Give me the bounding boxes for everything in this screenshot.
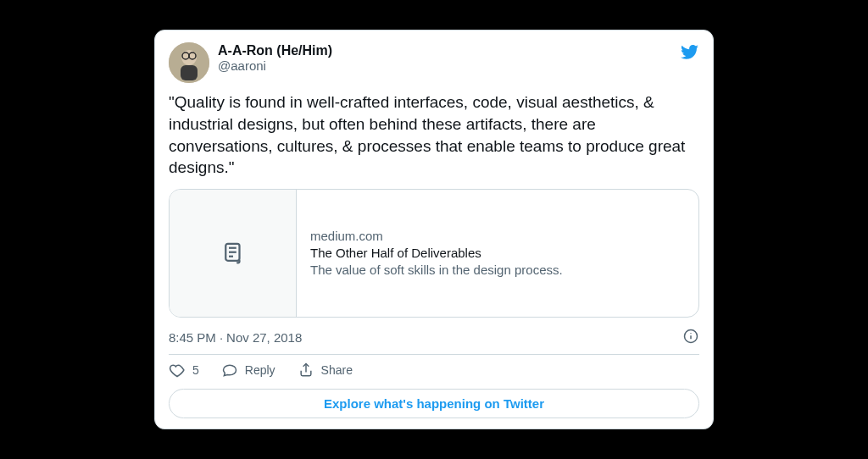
user-block[interactable]: A-A-Ron (He/Him) @aaroni <box>218 42 332 74</box>
avatar-image <box>169 42 209 83</box>
user-handle: @aaroni <box>218 58 332 74</box>
share-label: Share <box>321 363 353 377</box>
meta-separator: · <box>220 330 223 345</box>
link-domain: medium.com <box>310 229 563 243</box>
tweet-card: A-A-Ron (He/Him) @aaroni "Quality is fou… <box>154 30 714 429</box>
link-preview-card[interactable]: medium.com The Other Half of Deliverable… <box>169 189 699 318</box>
like-count: 5 <box>192 363 199 377</box>
link-title: The Other Half of Deliverables <box>310 246 563 260</box>
tweet-header: A-A-Ron (He/Him) @aaroni <box>169 42 699 83</box>
document-icon <box>220 241 246 266</box>
tweet-meta: 8:45 PM · Nov 27, 2018 <box>169 326 699 354</box>
share-button[interactable]: Share <box>298 362 353 379</box>
reply-button[interactable]: Reply <box>221 362 275 379</box>
share-icon <box>298 362 314 379</box>
like-button[interactable]: 5 <box>169 362 199 379</box>
avatar[interactable] <box>169 42 209 83</box>
reply-label: Reply <box>245 363 275 377</box>
tweet-text: "Quality is found in well-crafted interf… <box>169 91 699 179</box>
link-description: The value of soft skills in the design p… <box>310 263 563 277</box>
explore-cta-button[interactable]: Explore what's happening on Twitter <box>169 389 699 418</box>
link-body: medium.com The Other Half of Deliverable… <box>297 190 576 317</box>
tweet-actions: 5 Reply Share <box>169 362 699 379</box>
divider <box>169 354 699 355</box>
heart-icon <box>169 362 186 379</box>
reply-icon <box>221 362 238 379</box>
twitter-logo-icon[interactable] <box>679 42 699 63</box>
svg-point-12 <box>690 333 691 334</box>
display-name: A-A-Ron (He/Him) <box>218 42 332 58</box>
explore-label: Explore what's happening on Twitter <box>324 396 544 411</box>
tweet-date[interactable]: Nov 27, 2018 <box>226 330 302 345</box>
tweet-time[interactable]: 8:45 PM <box>169 330 216 345</box>
info-icon[interactable] <box>682 328 699 347</box>
svg-rect-2 <box>181 65 198 80</box>
link-thumbnail <box>170 190 297 317</box>
